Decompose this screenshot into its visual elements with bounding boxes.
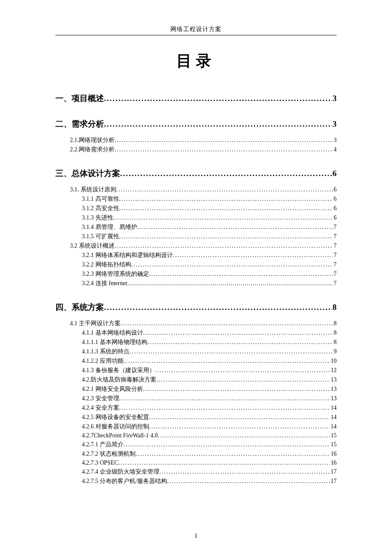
toc-label: 4.1.1.1 基本网络物理结构: [82, 338, 147, 346]
toc-label: 4.2.防火墙及防病毒解决方案: [82, 376, 156, 384]
toc-leader: [119, 405, 330, 411]
toc-page-number: 16: [330, 460, 337, 466]
toc-label: 二、需求分析: [55, 119, 104, 130]
toc-page-number: 6: [333, 205, 337, 212]
toc-label: 3.1.2 高安全性: [82, 205, 119, 212]
toc-label: 4.2.4 安全方案: [82, 404, 119, 412]
toc-entry: 3.2.4 连接 Internet7: [55, 280, 337, 287]
toc-page-number: 12: [330, 367, 337, 374]
toc-page-number: 7: [333, 243, 337, 249]
toc-leader: [149, 423, 330, 430]
toc-label: 3.1.3 先进性: [82, 214, 113, 222]
toc-page-number: 9: [333, 348, 337, 355]
toc-group: 2.1.网络现状分析32.2.网络需求分析4: [55, 136, 337, 153]
toc-label: 4.2.1 网络安全风险分析: [82, 385, 143, 393]
toc-page-number: 6: [333, 196, 337, 202]
toc-page-number: 6: [333, 214, 337, 221]
toc-page-number: 15: [330, 432, 337, 439]
toc-label: 4.1.1.3 系统的特点: [82, 348, 130, 356]
toc-label: 4.2.7.2 状态检测机制: [82, 450, 135, 458]
toc-leader: [143, 330, 333, 336]
toc-label: 3.1.4 易管理、易维护: [82, 223, 137, 231]
toc-entry: 4.1.1.1 基本网络物理结构8: [55, 338, 337, 346]
toc-page-number: 14: [330, 423, 337, 430]
toc-leader: [113, 214, 333, 221]
toc-entry: 2.1.网络现状分析3: [55, 136, 337, 144]
toc-entry: 3.2.2 网络拓扑结构7: [55, 261, 337, 269]
toc-label: 四、系统方案: [55, 302, 104, 313]
toc-entry: 3.2.3 网络管理系统的确定7: [55, 270, 337, 278]
toc-page-number: 7: [333, 280, 337, 287]
toc-entry: 4.2.7.2 状态检测机制16: [55, 450, 337, 458]
table-of-contents: 一、项目概述3二、需求分析32.1.网络现状分析32.2.网络需求分析4三、总体…: [55, 93, 337, 485]
toc-entry: 3.2.1 网络体系结构和逻辑结构设计7: [55, 251, 337, 259]
toc-leader: [159, 468, 330, 475]
toc-label: 4.2.7.5 分布的客户机/服务器结构: [82, 477, 167, 485]
page-number-footer: I: [0, 533, 392, 540]
toc-page-number: 8: [333, 330, 337, 336]
toc-leader: [167, 478, 330, 485]
toc-label: 4.1 主干网设计方案: [70, 320, 121, 327]
toc-label: 一、项目概述: [55, 93, 104, 104]
toc-entry: 4.2.7.3 OPSEC16: [55, 460, 337, 466]
toc-entry: 4.2.7.4 企业级防火墙安全管理17: [55, 468, 337, 476]
toc-label: 4.2.7.1 产品简介: [82, 441, 124, 448]
toc-label: 4.1.2.2 应用功能: [82, 357, 124, 365]
toc-leader: [116, 186, 333, 193]
toc-leader: [127, 280, 333, 287]
toc-entry: 3.1.1 高可靠性6: [55, 195, 337, 203]
toc-label: 3.2.1 网络体系结构和逻辑结构设计: [82, 251, 173, 259]
toc-entry: 4.2.7.5 分布的客户机/服务器结构17: [55, 477, 337, 485]
toc-label: 3.1.5 可扩展性: [82, 233, 119, 240]
document-page: 网络工程设计方案 目录 一、项目概述3二、需求分析32.1.网络现状分析32.2…: [0, 0, 392, 555]
toc-leader: [147, 339, 333, 346]
toc-entry: 4.1.3 备份服务（建议采用）12: [55, 367, 337, 374]
toc-entry: 4.2.防火墙及防病毒解决方案13: [55, 376, 337, 384]
toc-leader: [121, 320, 333, 327]
toc-label: 4.2.7CheckPoint FireWall-1 4.0: [82, 432, 158, 439]
toc-page-number: 13: [330, 376, 337, 383]
toc-leader: [137, 224, 333, 231]
page-title: 目录: [55, 51, 337, 72]
toc-page-number: 16: [330, 451, 337, 457]
toc-entry: 4.2.7CheckPoint FireWall-1 4.015: [55, 432, 337, 439]
toc-label: 4.2.5 网络设备的安全配置: [82, 413, 149, 421]
toc-page-number: 3: [332, 119, 337, 129]
toc-label: 4.1.1 基本网络结构设计: [82, 329, 143, 337]
toc-page-number: 15: [330, 441, 337, 448]
toc-entry: 3.1.5 可扩展性7: [55, 233, 337, 240]
toc-label: 4.2.6 对服务器访问的控制: [82, 423, 149, 431]
toc-entry: 3.1.2 高安全性6: [55, 205, 337, 212]
toc-leader: [119, 205, 333, 212]
toc-page-number: 7: [333, 224, 337, 231]
toc-leader: [124, 441, 330, 448]
toc-label: 2.2.网络需求分析: [70, 146, 115, 153]
toc-leader: [155, 367, 330, 374]
toc-label: 3.2.4 连接 Internet: [82, 280, 127, 287]
toc-leader: [149, 414, 330, 421]
page-header: 网络工程设计方案: [55, 26, 337, 35]
toc-entry: 3.2 系统设计概述7: [55, 242, 337, 250]
toc-page-number: 8: [333, 339, 337, 346]
toc-page-number: 3: [333, 137, 337, 144]
toc-entry: 4.1.2.2 应用功能10: [55, 357, 337, 365]
toc-group: 4.1 主干网设计方案84.1.1 基本网络结构设计84.1.1.1 基本网络物…: [55, 320, 337, 485]
toc-leader: [131, 261, 333, 268]
toc-leader: [119, 196, 333, 202]
toc-page-number: 3: [332, 94, 337, 103]
toc-page-number: 7: [333, 261, 337, 268]
toc-leader: [158, 432, 330, 439]
toc-page-number: 13: [330, 395, 337, 402]
toc-leader: [115, 243, 333, 249]
toc-entry: 4.1 主干网设计方案8: [55, 320, 337, 327]
toc-page-number: 17: [330, 468, 337, 475]
toc-page-number: 8: [332, 303, 337, 312]
toc-label: 3.2 系统设计概述: [70, 242, 115, 250]
toc-leader: [130, 348, 333, 355]
toc-entry: 4.2.7.1 产品简介15: [55, 441, 337, 448]
toc-entry: 4.2.6 对服务器访问的控制14: [55, 423, 337, 431]
toc-entry: 4.1.1.3 系统的特点9: [55, 348, 337, 356]
toc-leader: [135, 451, 330, 457]
toc-leader: [104, 303, 332, 312]
toc-page-number: 14: [330, 414, 337, 421]
